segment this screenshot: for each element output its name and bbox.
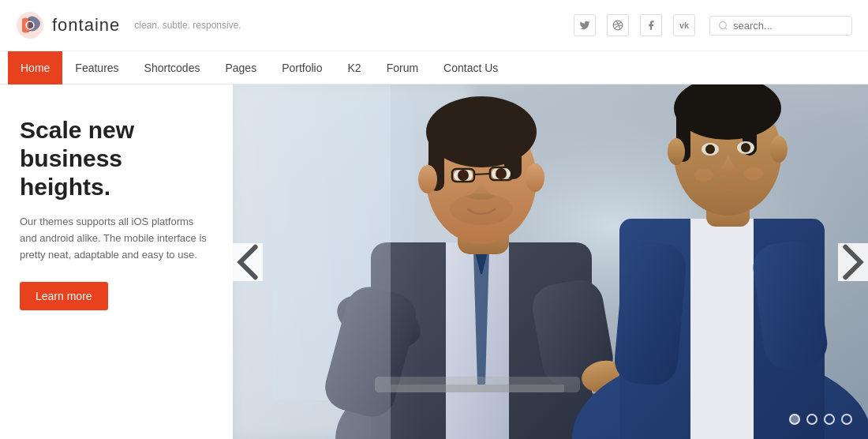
- logo-tagline: clean. subtle. responsive.: [134, 20, 241, 31]
- header: fontaine clean. subtle. responsive.: [0, 0, 868, 51]
- nav-item-features[interactable]: Features: [62, 51, 131, 84]
- svg-point-46: [705, 144, 715, 154]
- hero-image: [233, 84, 868, 439]
- dribbble-icon[interactable]: [607, 14, 629, 36]
- svg-point-44: [770, 136, 788, 163]
- navbar: Home Features Shortcodes Pages Portfolio…: [0, 51, 868, 84]
- header-right: vk: [574, 14, 852, 36]
- svg-point-24: [526, 163, 544, 192]
- hero-illustration: [233, 84, 868, 439]
- nav-item-pages[interactable]: Pages: [212, 51, 269, 84]
- svg-point-26: [458, 170, 469, 181]
- hero-description: Our themes supports all iOS platforms an…: [20, 214, 209, 263]
- slider-dot-3[interactable]: [824, 414, 835, 425]
- hero-section: Scale new business heights. Our themes s…: [0, 84, 868, 439]
- svg-point-23: [418, 165, 437, 193]
- nav-item-portfolio[interactable]: Portfolio: [269, 51, 335, 84]
- nav-item-home[interactable]: Home: [8, 51, 62, 84]
- svg-line-4: [725, 28, 727, 29]
- search-icon: [718, 21, 728, 31]
- svg-point-32: [450, 193, 513, 225]
- hero-left-panel: Scale new business heights. Our themes s…: [0, 84, 233, 439]
- svg-line-31: [474, 174, 490, 174]
- svg-rect-35: [690, 219, 754, 439]
- logo-area: fontaine clean. subtle. responsive.: [16, 11, 241, 39]
- hero-title: Scale new business heights.: [20, 116, 209, 201]
- nav-item-k2[interactable]: K2: [335, 51, 374, 84]
- social-icons: vk: [574, 14, 695, 36]
- facebook-icon[interactable]: [640, 14, 662, 36]
- slider-dot-4[interactable]: [841, 414, 852, 425]
- logo-icon: [16, 11, 44, 39]
- slider-dot-1[interactable]: [789, 414, 800, 425]
- svg-rect-36: [612, 240, 687, 387]
- vk-icon[interactable]: vk: [673, 14, 695, 36]
- svg-point-43: [668, 138, 685, 165]
- nav-item-contact[interactable]: Contact Us: [431, 51, 511, 84]
- search-box[interactable]: [709, 16, 852, 36]
- svg-point-48: [741, 143, 750, 152]
- learn-more-button[interactable]: Learn more: [20, 282, 108, 310]
- next-arrow-button[interactable]: [838, 243, 868, 281]
- svg-point-29: [496, 168, 507, 179]
- svg-point-50: [744, 167, 763, 180]
- twitter-icon[interactable]: [574, 14, 596, 36]
- svg-point-49: [694, 169, 713, 182]
- slider-dots: [789, 414, 852, 425]
- nav-item-forum[interactable]: Forum: [374, 51, 431, 84]
- nav-item-shortcodes[interactable]: Shortcodes: [132, 51, 213, 84]
- svg-point-3: [720, 21, 727, 28]
- prev-arrow-button[interactable]: [233, 243, 263, 281]
- svg-rect-52: [375, 377, 580, 392]
- slider-dot-2[interactable]: [806, 414, 817, 425]
- logo-text: fontaine: [52, 15, 120, 36]
- search-input[interactable]: [733, 20, 844, 32]
